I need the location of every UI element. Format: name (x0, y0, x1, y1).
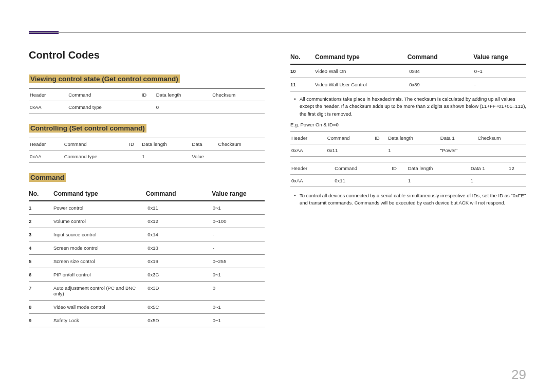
cell-range: 0~1 (213, 272, 265, 277)
cell-range: 0~1 (213, 304, 265, 310)
page-number: 29 (511, 367, 526, 383)
cell-cmd: 0x19 (147, 258, 213, 264)
th: Data 1 (440, 132, 478, 144)
col-type: Command type (315, 53, 408, 61)
cell-no: 10 (290, 68, 315, 74)
td: "Power" (440, 144, 478, 156)
td (392, 174, 408, 186)
th: Header (29, 138, 64, 151)
cell-type: PIP on/off control (53, 272, 147, 277)
cell-range: 0~100 (213, 218, 265, 224)
td: 1 (388, 144, 440, 156)
left-column: Control Codes Viewing control state (Get… (29, 49, 265, 327)
cell-no: 5 (29, 258, 53, 264)
cell-type: Screen size control (53, 258, 147, 264)
cell-type: Safety Lock (53, 318, 147, 323)
cell-cmd: 0x84 (409, 68, 474, 74)
cell-no: 6 (29, 272, 53, 277)
col-cmd: Command (146, 190, 212, 197)
th: Checksum (212, 89, 265, 101)
cell-cmd: 0x12 (147, 218, 213, 224)
td: Command type (64, 151, 130, 163)
th: Data 1 (471, 162, 509, 174)
th: 12 (509, 162, 526, 174)
td: Command type (68, 101, 141, 114)
cell-no: 11 (290, 82, 315, 87)
td: 0xAA (29, 151, 64, 163)
table-row: 3Input source control0x14- (29, 228, 265, 241)
cell-cmd: 0x11 (147, 205, 213, 211)
cell-cmd: 0x3D (147, 285, 213, 296)
td (375, 144, 388, 156)
th: Command (68, 89, 141, 101)
cell-range: 0~1 (474, 68, 526, 74)
cell-cmd: 0x3C (147, 272, 213, 277)
cell-no: 3 (29, 232, 53, 237)
th: Data length (156, 89, 212, 101)
bullet-note-2: • To control all devices connected by a … (290, 192, 526, 207)
col-no: No. (29, 190, 53, 197)
bullet-dot-icon: • (290, 192, 300, 207)
cell-type: Video wall mode control (53, 304, 147, 310)
table-row: 1Power control0x110~1 (29, 201, 265, 215)
cell-cmd: 0x5C (147, 304, 213, 310)
table-row: 7Auto adjustment control (PC and BNC onl… (29, 282, 265, 301)
cell-type: Volume control (53, 218, 147, 224)
page-title: Control Codes (29, 49, 265, 61)
table-row: 5Screen size control0x190~255 (29, 255, 265, 268)
td: 0x11 (335, 174, 392, 186)
cell-type: Screen mode control (53, 245, 147, 251)
cmd-table-body-left: 1Power control0x110~12Volume control0x12… (29, 201, 265, 327)
th: Data length (388, 132, 440, 144)
cell-type: Auto adjustment control (PC and BNC only… (53, 285, 147, 296)
cell-range: 0~1 (213, 205, 265, 211)
cell-no: 1 (29, 205, 53, 211)
th: Header (29, 89, 68, 101)
cmd-table-body-right: 10Video Wall On0x840~111Video Wall User … (290, 65, 526, 91)
th: Command (327, 132, 375, 144)
th: Checksum (218, 138, 265, 151)
bullet-note-1: • All communications take place in hexad… (290, 96, 526, 118)
col-cmd: Command (408, 53, 473, 61)
cell-range: - (474, 82, 526, 87)
th: Data length (142, 138, 192, 151)
cell-range: - (213, 232, 265, 237)
cell-range: 0~1 (213, 318, 265, 323)
th: ID (142, 89, 156, 101)
td: 0x11 (327, 144, 375, 156)
td (129, 151, 142, 163)
col-range: Value range (212, 190, 265, 197)
heading-command: Command (29, 173, 66, 182)
cell-type: Power control (53, 205, 147, 211)
td: 0 (156, 101, 212, 114)
cell-no: 4 (29, 245, 53, 251)
cell-range: - (213, 245, 265, 251)
bullet-text: To control all devices connected by a se… (300, 192, 526, 207)
th: Header (290, 132, 327, 144)
col-no: No. (290, 53, 315, 61)
td: 0xAA (29, 101, 68, 114)
td (509, 174, 526, 186)
cell-type: Input source control (53, 232, 147, 237)
td: Value (192, 151, 218, 163)
cell-cmd: 0x18 (147, 245, 213, 251)
cell-no: 7 (29, 285, 53, 296)
cell-type: Video Wall On (315, 68, 409, 74)
cell-range: 0 (213, 285, 265, 296)
columns: Control Codes Viewing control state (Get… (29, 49, 526, 327)
cell-cmd: 0x89 (409, 82, 474, 87)
table-row: 2Volume control0x120~100 (29, 215, 265, 228)
heading-viewing: Viewing control state (Get control comma… (29, 74, 180, 83)
col-type: Command type (53, 190, 146, 197)
table-row: 10Video Wall On0x840~1 (290, 65, 526, 78)
bullet-dot-icon: • (290, 96, 300, 118)
table-row: 9Safety Lock0x5D0~1 (29, 314, 265, 327)
th: Data length (408, 162, 471, 174)
right-column: No. Command type Command Value range 10V… (290, 49, 526, 327)
top-rule (29, 32, 526, 33)
th: Command (64, 138, 130, 151)
td: 1 (471, 174, 509, 186)
cell-type: Video Wall User Control (315, 82, 409, 87)
td: 0xAA (290, 174, 335, 186)
cell-range: 0~255 (213, 258, 265, 264)
